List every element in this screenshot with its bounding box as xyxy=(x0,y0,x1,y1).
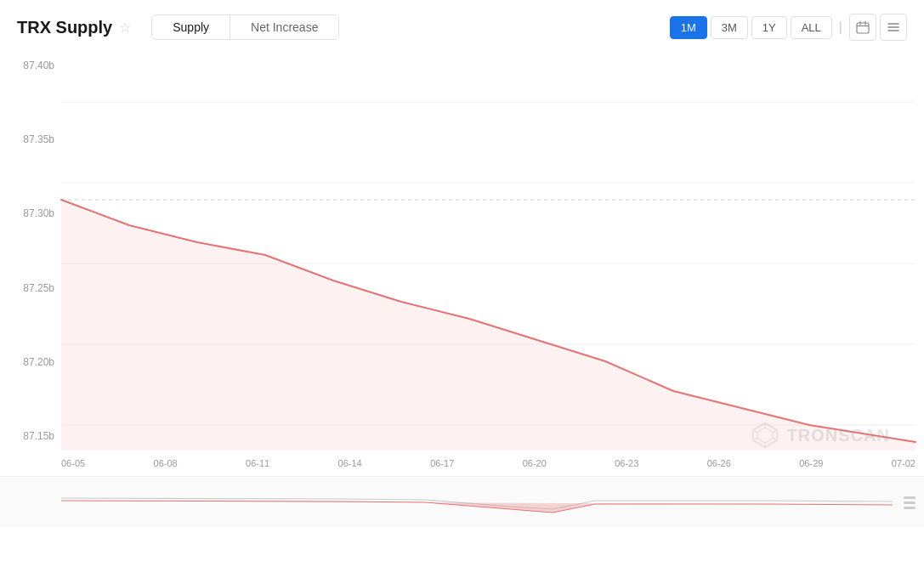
header: TRX Supply ☆ Supply Net Increase 1M 3M 1… xyxy=(0,14,924,51)
time-1y-button[interactable]: 1Y xyxy=(751,16,787,39)
chart-container: TRX Supply ☆ Supply Net Increase 1M 3M 1… xyxy=(0,0,924,561)
x-label-8: 06-29 xyxy=(799,458,823,468)
tab-net-increase[interactable]: Net Increase xyxy=(230,15,338,39)
mini-chart-area xyxy=(0,476,924,527)
menu-button[interactable] xyxy=(880,14,907,41)
x-label-3: 06-14 xyxy=(338,458,362,468)
watermark-text: TRONSCAN xyxy=(787,426,890,445)
x-label-0: 06-05 xyxy=(61,458,85,468)
menu-icon xyxy=(887,20,900,34)
x-label-4: 06-17 xyxy=(430,458,454,468)
main-chart-svg xyxy=(0,51,924,450)
star-icon[interactable]: ☆ xyxy=(119,20,131,36)
calendar-icon xyxy=(856,20,870,34)
calendar-button[interactable] xyxy=(849,14,876,41)
mini-chart-svg xyxy=(0,477,924,528)
tab-supply[interactable]: Supply xyxy=(152,15,230,39)
watermark: TRONSCAN xyxy=(750,420,890,450)
x-label-6: 06-23 xyxy=(615,458,638,468)
x-label-5: 06-20 xyxy=(523,458,547,468)
x-axis: 06-05 06-08 06-11 06-14 06-17 06-20 06-2… xyxy=(61,450,915,476)
scroll-line-1 xyxy=(904,496,915,499)
page-title: TRX Supply xyxy=(17,18,112,37)
x-label-2: 06-11 xyxy=(246,458,269,468)
scroll-line-2 xyxy=(904,502,915,504)
svg-marker-14 xyxy=(757,428,773,443)
divider: | xyxy=(839,20,842,35)
time-3m-button[interactable]: 3M xyxy=(711,16,748,39)
x-label-7: 06-26 xyxy=(707,458,731,468)
x-label-9: 07-02 xyxy=(892,458,915,468)
tronscan-logo-icon xyxy=(750,420,780,450)
x-label-1: 06-08 xyxy=(154,458,178,468)
mini-scrollbar[interactable] xyxy=(902,484,917,521)
time-all-button[interactable]: ALL xyxy=(791,16,832,39)
svg-rect-0 xyxy=(857,23,869,33)
chart-area: 87.40b 87.35b 87.30b 87.25b 87.20b 87.15… xyxy=(0,51,924,502)
title-group: TRX Supply ☆ Supply Net Increase xyxy=(17,14,339,40)
right-controls: 1M 3M 1Y ALL | xyxy=(670,14,907,41)
tab-group: Supply Net Increase xyxy=(151,14,339,40)
time-1m-button[interactable]: 1M xyxy=(670,16,707,39)
mini-line-2 xyxy=(61,501,893,513)
scroll-line-3 xyxy=(904,507,915,509)
